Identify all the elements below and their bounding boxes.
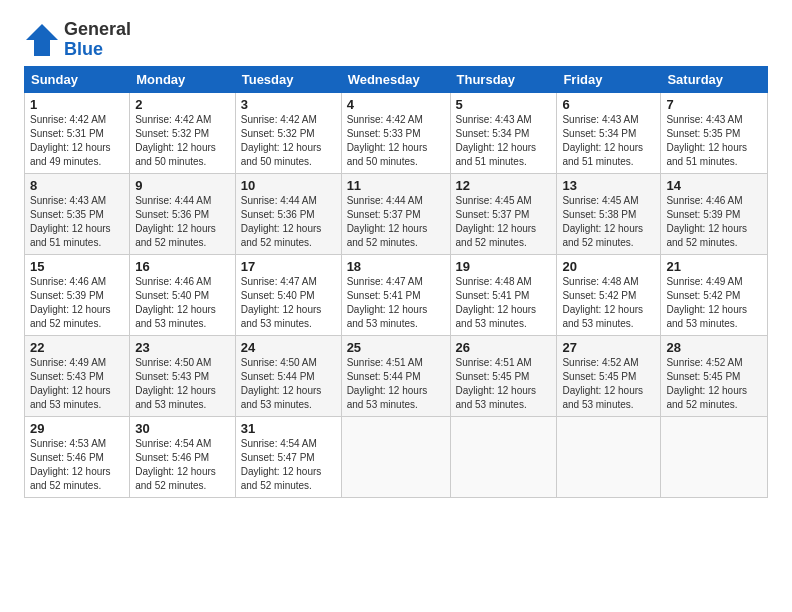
calendar-cell: 29Sunrise: 4:53 AMSunset: 5:46 PMDayligh… xyxy=(25,416,130,497)
calendar-week-3: 15Sunrise: 4:46 AMSunset: 5:39 PMDayligh… xyxy=(25,254,768,335)
day-detail: Sunrise: 4:46 AMSunset: 5:40 PMDaylight:… xyxy=(135,275,230,331)
calendar-cell: 30Sunrise: 4:54 AMSunset: 5:46 PMDayligh… xyxy=(130,416,236,497)
day-number: 8 xyxy=(30,178,124,193)
col-header-monday: Monday xyxy=(130,66,236,92)
day-number: 2 xyxy=(135,97,230,112)
day-detail: Sunrise: 4:48 AMSunset: 5:42 PMDaylight:… xyxy=(562,275,655,331)
day-number: 9 xyxy=(135,178,230,193)
day-detail: Sunrise: 4:42 AMSunset: 5:32 PMDaylight:… xyxy=(135,113,230,169)
calendar-cell: 20Sunrise: 4:48 AMSunset: 5:42 PMDayligh… xyxy=(557,254,661,335)
day-detail: Sunrise: 4:47 AMSunset: 5:41 PMDaylight:… xyxy=(347,275,445,331)
col-header-wednesday: Wednesday xyxy=(341,66,450,92)
day-number: 20 xyxy=(562,259,655,274)
calendar-cell: 6Sunrise: 4:43 AMSunset: 5:34 PMDaylight… xyxy=(557,92,661,173)
logo: General Blue xyxy=(24,20,131,60)
col-header-friday: Friday xyxy=(557,66,661,92)
day-number: 18 xyxy=(347,259,445,274)
header: General Blue xyxy=(24,20,768,60)
calendar-cell xyxy=(341,416,450,497)
calendar-cell: 7Sunrise: 4:43 AMSunset: 5:35 PMDaylight… xyxy=(661,92,768,173)
day-detail: Sunrise: 4:52 AMSunset: 5:45 PMDaylight:… xyxy=(562,356,655,412)
day-detail: Sunrise: 4:51 AMSunset: 5:44 PMDaylight:… xyxy=(347,356,445,412)
day-detail: Sunrise: 4:43 AMSunset: 5:35 PMDaylight:… xyxy=(666,113,762,169)
day-number: 5 xyxy=(456,97,552,112)
calendar-cell: 22Sunrise: 4:49 AMSunset: 5:43 PMDayligh… xyxy=(25,335,130,416)
calendar-week-1: 1Sunrise: 4:42 AMSunset: 5:31 PMDaylight… xyxy=(25,92,768,173)
calendar-cell xyxy=(557,416,661,497)
day-number: 21 xyxy=(666,259,762,274)
day-detail: Sunrise: 4:46 AMSunset: 5:39 PMDaylight:… xyxy=(30,275,124,331)
day-detail: Sunrise: 4:46 AMSunset: 5:39 PMDaylight:… xyxy=(666,194,762,250)
day-detail: Sunrise: 4:54 AMSunset: 5:46 PMDaylight:… xyxy=(135,437,230,493)
day-number: 29 xyxy=(30,421,124,436)
day-number: 6 xyxy=(562,97,655,112)
day-detail: Sunrise: 4:43 AMSunset: 5:35 PMDaylight:… xyxy=(30,194,124,250)
day-detail: Sunrise: 4:54 AMSunset: 5:47 PMDaylight:… xyxy=(241,437,336,493)
calendar-week-5: 29Sunrise: 4:53 AMSunset: 5:46 PMDayligh… xyxy=(25,416,768,497)
day-number: 28 xyxy=(666,340,762,355)
calendar-table: SundayMondayTuesdayWednesdayThursdayFrid… xyxy=(24,66,768,498)
day-number: 25 xyxy=(347,340,445,355)
calendar-cell: 11Sunrise: 4:44 AMSunset: 5:37 PMDayligh… xyxy=(341,173,450,254)
day-number: 31 xyxy=(241,421,336,436)
day-detail: Sunrise: 4:43 AMSunset: 5:34 PMDaylight:… xyxy=(456,113,552,169)
logo-general: General xyxy=(64,20,131,40)
calendar-cell: 26Sunrise: 4:51 AMSunset: 5:45 PMDayligh… xyxy=(450,335,557,416)
col-header-saturday: Saturday xyxy=(661,66,768,92)
calendar-cell: 5Sunrise: 4:43 AMSunset: 5:34 PMDaylight… xyxy=(450,92,557,173)
day-detail: Sunrise: 4:44 AMSunset: 5:36 PMDaylight:… xyxy=(135,194,230,250)
day-number: 27 xyxy=(562,340,655,355)
calendar-cell xyxy=(450,416,557,497)
day-detail: Sunrise: 4:49 AMSunset: 5:43 PMDaylight:… xyxy=(30,356,124,412)
calendar-week-4: 22Sunrise: 4:49 AMSunset: 5:43 PMDayligh… xyxy=(25,335,768,416)
day-detail: Sunrise: 4:47 AMSunset: 5:40 PMDaylight:… xyxy=(241,275,336,331)
logo-text-block: General Blue xyxy=(64,20,131,60)
day-number: 3 xyxy=(241,97,336,112)
day-number: 7 xyxy=(666,97,762,112)
day-detail: Sunrise: 4:52 AMSunset: 5:45 PMDaylight:… xyxy=(666,356,762,412)
calendar-cell: 25Sunrise: 4:51 AMSunset: 5:44 PMDayligh… xyxy=(341,335,450,416)
calendar-cell: 14Sunrise: 4:46 AMSunset: 5:39 PMDayligh… xyxy=(661,173,768,254)
day-number: 13 xyxy=(562,178,655,193)
calendar-cell: 28Sunrise: 4:52 AMSunset: 5:45 PMDayligh… xyxy=(661,335,768,416)
day-number: 16 xyxy=(135,259,230,274)
day-number: 22 xyxy=(30,340,124,355)
calendar-cell: 4Sunrise: 4:42 AMSunset: 5:33 PMDaylight… xyxy=(341,92,450,173)
calendar-cell: 1Sunrise: 4:42 AMSunset: 5:31 PMDaylight… xyxy=(25,92,130,173)
day-number: 17 xyxy=(241,259,336,274)
day-detail: Sunrise: 4:50 AMSunset: 5:44 PMDaylight:… xyxy=(241,356,336,412)
calendar-cell: 23Sunrise: 4:50 AMSunset: 5:43 PMDayligh… xyxy=(130,335,236,416)
day-detail: Sunrise: 4:44 AMSunset: 5:37 PMDaylight:… xyxy=(347,194,445,250)
day-number: 12 xyxy=(456,178,552,193)
calendar-cell: 12Sunrise: 4:45 AMSunset: 5:37 PMDayligh… xyxy=(450,173,557,254)
calendar-cell: 15Sunrise: 4:46 AMSunset: 5:39 PMDayligh… xyxy=(25,254,130,335)
calendar-cell xyxy=(661,416,768,497)
day-detail: Sunrise: 4:42 AMSunset: 5:32 PMDaylight:… xyxy=(241,113,336,169)
calendar-cell: 3Sunrise: 4:42 AMSunset: 5:32 PMDaylight… xyxy=(235,92,341,173)
page: General Blue SundayMondayTuesdayWednesda… xyxy=(0,0,792,612)
day-number: 15 xyxy=(30,259,124,274)
day-detail: Sunrise: 4:43 AMSunset: 5:34 PMDaylight:… xyxy=(562,113,655,169)
day-detail: Sunrise: 4:50 AMSunset: 5:43 PMDaylight:… xyxy=(135,356,230,412)
day-number: 23 xyxy=(135,340,230,355)
day-number: 26 xyxy=(456,340,552,355)
day-detail: Sunrise: 4:51 AMSunset: 5:45 PMDaylight:… xyxy=(456,356,552,412)
calendar-cell: 16Sunrise: 4:46 AMSunset: 5:40 PMDayligh… xyxy=(130,254,236,335)
day-number: 10 xyxy=(241,178,336,193)
col-header-thursday: Thursday xyxy=(450,66,557,92)
calendar-cell: 8Sunrise: 4:43 AMSunset: 5:35 PMDaylight… xyxy=(25,173,130,254)
day-number: 11 xyxy=(347,178,445,193)
day-detail: Sunrise: 4:49 AMSunset: 5:42 PMDaylight:… xyxy=(666,275,762,331)
logo-icon xyxy=(24,22,60,58)
day-detail: Sunrise: 4:45 AMSunset: 5:38 PMDaylight:… xyxy=(562,194,655,250)
calendar-cell: 21Sunrise: 4:49 AMSunset: 5:42 PMDayligh… xyxy=(661,254,768,335)
calendar-cell: 31Sunrise: 4:54 AMSunset: 5:47 PMDayligh… xyxy=(235,416,341,497)
day-number: 30 xyxy=(135,421,230,436)
day-number: 19 xyxy=(456,259,552,274)
calendar-cell: 19Sunrise: 4:48 AMSunset: 5:41 PMDayligh… xyxy=(450,254,557,335)
day-number: 1 xyxy=(30,97,124,112)
calendar-cell: 2Sunrise: 4:42 AMSunset: 5:32 PMDaylight… xyxy=(130,92,236,173)
day-detail: Sunrise: 4:45 AMSunset: 5:37 PMDaylight:… xyxy=(456,194,552,250)
day-detail: Sunrise: 4:53 AMSunset: 5:46 PMDaylight:… xyxy=(30,437,124,493)
calendar-cell: 13Sunrise: 4:45 AMSunset: 5:38 PMDayligh… xyxy=(557,173,661,254)
